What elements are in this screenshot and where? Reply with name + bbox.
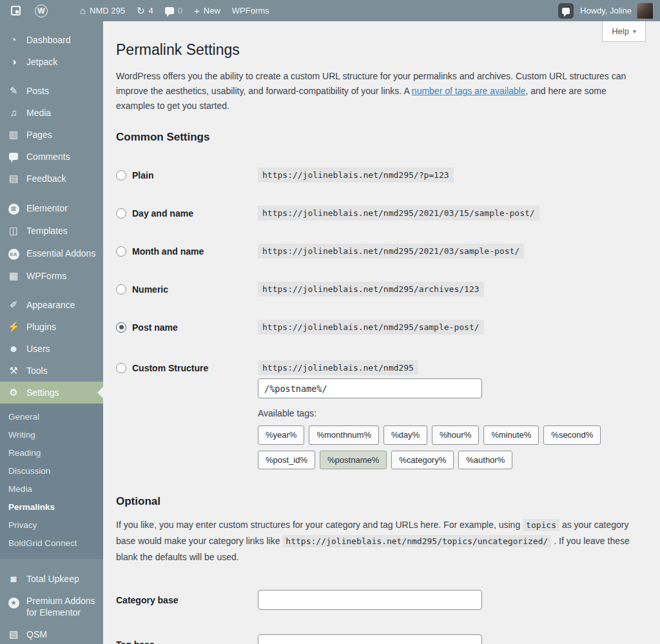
option-label-numeric[interactable]: Numeric [116,284,258,295]
sidebar-item-label: Essential Addons [26,248,95,259]
qsm-icon: ▧ [7,629,20,640]
tag-button-second[interactable]: %second% [543,425,601,445]
sidebar-item-label: Tools [26,365,48,376]
option-text: Numeric [132,284,168,295]
tag-button-post-id[interactable]: %post_id% [258,451,315,470]
option-row-custom-structure: Custom Structure https://jolineblais.net… [116,360,646,475]
sidebar-item-feedback[interactable]: ▤ Feedback [0,168,103,190]
wpforms-toolbar-item[interactable]: WPForms [226,0,275,21]
posts-icon: ✎ [7,85,20,97]
sidebar-item-users[interactable]: ☻ Users [0,338,103,360]
submenu-item-privacy[interactable]: Privacy [0,516,103,534]
option-row-month-name: Month and name https://jolineblais.net/n… [116,244,646,259]
radio-numeric[interactable] [116,284,126,295]
tag-button-postname[interactable]: %postname% [320,451,387,470]
sidebar-item-posts[interactable]: ✎ Posts [0,80,103,102]
available-tags-label: Available tags: [258,408,316,418]
sidebar-item-total-upkeep[interactable]: ◙ Total Upkeep [0,568,103,590]
common-settings-heading: Common Settings [116,130,646,144]
total-upkeep-icon: ◙ [7,573,20,585]
radio-custom-structure[interactable] [116,363,126,373]
updates-icon: ↻ [137,6,145,15]
dashboard-icon: ◔ [7,34,20,46]
sidebar-item-label: Jetpack [26,56,57,68]
new-content-item[interactable]: + New [188,0,226,21]
sidebar-item-label: Appearance [26,299,75,311]
radio-post-name[interactable] [116,322,126,333]
submenu-item-reading[interactable]: Reading [0,444,103,462]
sidebar-item-elementor[interactable]: ≣ Elementor [0,197,103,220]
submenu-item-writing[interactable]: Writing [0,426,103,444]
user-avatar[interactable] [637,3,654,19]
updates-item[interactable]: ↻ 4 [131,0,159,21]
optional-text-1: If you like, you may enter custom struct… [116,520,523,530]
howdy-label[interactable]: Howdy, Joline [580,6,632,15]
plus-icon: + [194,6,200,15]
tag-button-category[interactable]: %category% [391,451,454,470]
sidebar-item-jetpack[interactable]: ◑ Jetpack [0,51,103,73]
new-label: New [204,6,220,15]
tag-button-minute[interactable]: %minute% [483,425,539,445]
option-label-post-name[interactable]: Post name [116,322,258,333]
submenu-item-discussion[interactable]: Discussion [0,462,103,480]
option-label-month-name[interactable]: Month and name [116,246,258,257]
option-label-custom-structure[interactable]: Custom Structure [116,363,258,373]
radio-month-name[interactable] [116,246,126,257]
essential-addons-icon: EA [7,247,20,260]
sidebar-item-tools[interactable]: ⚒ Tools [0,360,103,382]
sidebar-item-settings[interactable]: ⚙ Settings [0,382,103,404]
option-label-day-name[interactable]: Day and name [116,208,258,219]
boldgrid-toolbar-item[interactable] [5,0,26,21]
sidebar-item-qsm[interactable]: ▧ QSM [0,623,103,644]
option-text: Custom Structure [132,363,208,373]
wordpress-menu-item[interactable]: W [26,0,56,21]
option-text: Post name [132,322,178,333]
tag-button-day[interactable]: %day% [383,425,427,445]
custom-structure-input[interactable] [258,378,482,398]
tag-button-author[interactable]: %author% [458,451,512,470]
comments-item[interactable]: 0 [159,0,188,21]
radio-plain[interactable] [116,170,126,181]
category-base-input[interactable] [258,590,482,610]
sidebar-item-pages[interactable]: ▥ Pages [0,124,103,146]
sidebar-item-label: Settings [26,387,59,398]
tag-button-year[interactable]: %year% [258,425,304,445]
site-name-item[interactable]: ⌂ NMD 295 [74,0,131,21]
sidebar-item-media[interactable]: ♫ Media [0,102,103,124]
radio-day-name[interactable] [116,208,126,219]
tag-base-input[interactable] [258,634,482,644]
comments-count: 0 [178,6,182,15]
sidebar-item-premium-addons[interactable]: ★ Premium Addons for Elementor [0,590,103,623]
sidebar-item-label: Templates [26,225,68,237]
sidebar-item-label: Total Upkeep [26,573,79,585]
sidebar-item-wpforms[interactable]: ▦ WPForms [0,265,103,287]
notification-bubble-icon [562,8,570,14]
submenu-item-media[interactable]: Media [0,480,103,498]
tag-button-monthnum[interactable]: %monthnum% [309,425,379,445]
media-icon: ♫ [7,107,20,119]
option-row-numeric: Numeric https://jolineblais.net/nmd295/a… [116,282,646,297]
submenu-item-general[interactable]: General [0,408,103,426]
permalink-example-url: https://jolineblais.net/nmd295/2021/03/1… [258,206,539,220]
sidebar-item-essential-addons[interactable]: EA Essential Addons [0,242,103,266]
option-label-plain[interactable]: Plain [116,170,258,181]
submenu-item-boldgrid-connect[interactable]: BoldGrid Connect [0,534,103,552]
sidebar-item-appearance[interactable]: ✐ Appearance [0,294,103,316]
sidebar-item-templates[interactable]: ◫ Templates [0,220,103,242]
submenu-item-permalinks[interactable]: Permalinks [0,498,103,516]
help-button[interactable]: Help ▾ [602,21,646,42]
sidebar-item-label: Plugins [26,321,56,333]
boldgrid-icon [11,6,21,15]
page-title: Permalink Settings [116,41,646,60]
notifications-button[interactable] [558,3,574,19]
sidebar-item-plugins[interactable]: ⚡ Plugins [0,316,103,338]
sidebar-item-comments[interactable]: Comments [0,146,103,168]
category-example-url-code: https://jolineblais.net/nmd295/topics/un… [282,535,551,547]
sidebar-item-label: Media [26,107,51,119]
tag-button-hour[interactable]: %hour% [432,425,479,445]
sidebar-item-label: Feedback [26,173,66,184]
updates-count: 4 [149,6,153,15]
sidebar-item-dashboard[interactable]: ◔ Dashboard [0,29,103,51]
plugins-icon: ⚡ [7,321,20,333]
tags-available-link[interactable]: number of tags are available [412,86,526,96]
